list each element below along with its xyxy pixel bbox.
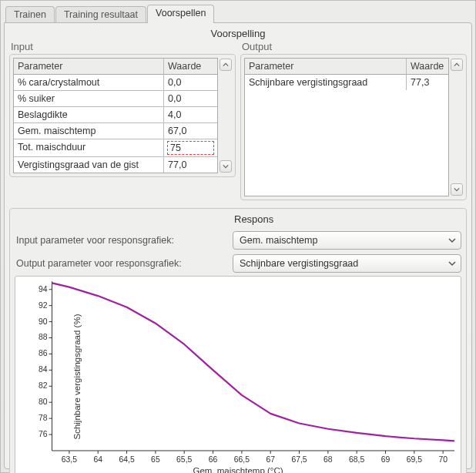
svg-text:78: 78: [39, 414, 48, 422]
input-scroll-up-button[interactable]: [220, 59, 232, 71]
input-param-cell[interactable]: Vergistingsgraad van de gist: [14, 157, 164, 173]
input-label: Input: [9, 41, 236, 54]
respons-chart: Schijnbare vergistingsgraad (%) 76788082…: [15, 276, 461, 473]
output-table-wrap: Parameter Waarde Schijnbare vergistingsg…: [244, 58, 463, 196]
svg-text:90: 90: [39, 317, 48, 326]
tab-strip: Trainen Training resultaat Voorspellen: [4, 4, 472, 22]
prediction-window: Trainen Training resultaat Voorspellen V…: [0, 0, 476, 473]
svg-text:70: 70: [438, 455, 448, 464]
input-scrollbar: [220, 58, 232, 173]
input-value-cell[interactable]: 67,0: [164, 123, 217, 139]
svg-text:68: 68: [323, 455, 333, 464]
svg-text:88: 88: [39, 333, 48, 341]
input-table-wrap: Parameter Waarde % cara/crystalmout0,0% …: [13, 58, 232, 173]
output-param-cell: Schijnbare vergistingsgraad: [245, 75, 407, 90]
output-value-cell: 77,3: [407, 75, 448, 90]
chevron-up-icon: [454, 62, 460, 68]
respons-title: Respons: [233, 213, 461, 225]
input-value-cell[interactable]: 75: [164, 139, 217, 156]
chevron-down-icon: [448, 236, 456, 244]
output-scroll-up-button[interactable]: [451, 59, 463, 71]
svg-text:80: 80: [39, 398, 48, 406]
output-column: Output Parameter Waarde Schijnbare vergi…: [240, 41, 467, 200]
svg-text:64,5: 64,5: [119, 455, 134, 464]
tab-body-voorspellen: Voorspelling Input Parameter Waarde % ca…: [4, 22, 472, 469]
input-value-cell[interactable]: 77,0: [164, 157, 217, 173]
table-row: Schijnbare vergistingsgraad77,3: [245, 75, 448, 90]
output-scrollbar: [451, 58, 463, 196]
chevron-up-icon: [223, 62, 229, 68]
input-value-cell[interactable]: 4,0: [164, 107, 217, 122]
chevron-down-icon: [448, 260, 456, 267]
input-param-cell[interactable]: % suiker: [14, 91, 164, 106]
table-row: Gem. maischtemp67,0: [14, 122, 217, 139]
svg-text:86: 86: [39, 349, 48, 357]
input-table: Parameter Waarde % cara/crystalmout0,0% …: [13, 58, 218, 173]
chart-svg: 7678808284868890929463,56464,56565,56666…: [15, 277, 461, 473]
svg-text:69: 69: [381, 455, 391, 464]
output-scroll-down-button[interactable]: [451, 183, 463, 196]
output-table: Parameter Waarde Schijnbare vergistingsg…: [244, 58, 449, 196]
svg-text:66: 66: [209, 455, 218, 464]
svg-text:84: 84: [39, 365, 48, 374]
svg-text:76: 76: [39, 430, 48, 438]
svg-text:92: 92: [39, 301, 48, 310]
svg-text:67: 67: [266, 455, 275, 464]
svg-text:94: 94: [39, 285, 48, 294]
respons-output-label: Output parameter voor responsgrafiek:: [15, 258, 233, 269]
output-header-param[interactable]: Parameter: [245, 59, 407, 74]
table-row: % cara/crystalmout0,0: [14, 75, 217, 90]
respons-output-value: Schijnbare vergistingsgraad: [240, 258, 358, 269]
output-empty-area: [245, 90, 448, 196]
chart-y-axis-title: Schijnbare vergistingsgraad (%): [72, 314, 82, 440]
io-columns: Input Parameter Waarde % cara/crystalmou…: [9, 41, 467, 200]
input-param-cell[interactable]: % cara/crystalmout: [14, 75, 164, 90]
svg-text:65: 65: [151, 455, 160, 464]
input-header-param[interactable]: Parameter: [14, 59, 164, 74]
chevron-down-icon: [223, 163, 229, 169]
svg-text:68,5: 68,5: [349, 455, 364, 464]
input-value-cell[interactable]: 0,0: [164, 91, 217, 106]
svg-text:65,5: 65,5: [176, 455, 192, 464]
svg-text:64: 64: [93, 455, 102, 464]
respons-input-label: Input parameter voor responsgrafiek:: [15, 235, 233, 246]
svg-text:67,5: 67,5: [291, 455, 307, 464]
table-row: Beslagdikte4,0: [14, 106, 217, 122]
svg-text:63,5: 63,5: [62, 455, 77, 464]
output-label: Output: [240, 41, 467, 54]
respons-output-dropdown[interactable]: Schijnbare vergistingsgraad: [233, 254, 461, 273]
svg-text:82: 82: [39, 381, 48, 390]
svg-text:66,5: 66,5: [234, 455, 250, 464]
table-row: Tot. maischduur75: [14, 139, 217, 156]
input-param-cell[interactable]: Beslagdikte: [14, 107, 164, 122]
chart-x-axis-title: Gem. maischtemp (°C): [15, 466, 461, 473]
tab-training-resultaat[interactable]: Training resultaat: [55, 6, 146, 23]
input-groupframe: Parameter Waarde % cara/crystalmout0,0% …: [9, 54, 236, 177]
input-value-cell[interactable]: 0,0: [164, 75, 217, 90]
tab-trainen[interactable]: Trainen: [5, 6, 55, 23]
respons-input-value: Gem. maischtemp: [240, 235, 317, 246]
output-groupframe: Parameter Waarde Schijnbare vergistingsg…: [240, 54, 467, 200]
input-value-editor[interactable]: 75: [167, 141, 214, 155]
tab-voorspellen[interactable]: Voorspellen: [147, 5, 214, 23]
output-table-header: Parameter Waarde: [245, 59, 448, 75]
respons-controls: Respons Input parameter voor responsgraf…: [15, 213, 461, 273]
input-header-value[interactable]: Waarde: [164, 59, 217, 74]
section-title-voorspelling: Voorspelling: [9, 26, 467, 41]
input-column: Input Parameter Waarde % cara/crystalmou…: [9, 41, 236, 200]
input-param-cell[interactable]: Gem. maischtemp: [14, 123, 164, 139]
table-row: Vergistingsgraad van de gist77,0: [14, 156, 217, 173]
output-header-value[interactable]: Waarde: [407, 59, 448, 74]
respons-block: Respons Input parameter voor responsgraf…: [9, 208, 467, 473]
input-table-header: Parameter Waarde: [14, 59, 217, 75]
input-scroll-down-button[interactable]: [220, 160, 232, 173]
svg-text:69,5: 69,5: [407, 455, 422, 464]
table-row: % suiker0,0: [14, 90, 217, 106]
chevron-down-icon: [454, 186, 460, 193]
input-param-cell[interactable]: Tot. maischduur: [14, 139, 164, 156]
respons-input-dropdown[interactable]: Gem. maischtemp: [233, 231, 461, 250]
